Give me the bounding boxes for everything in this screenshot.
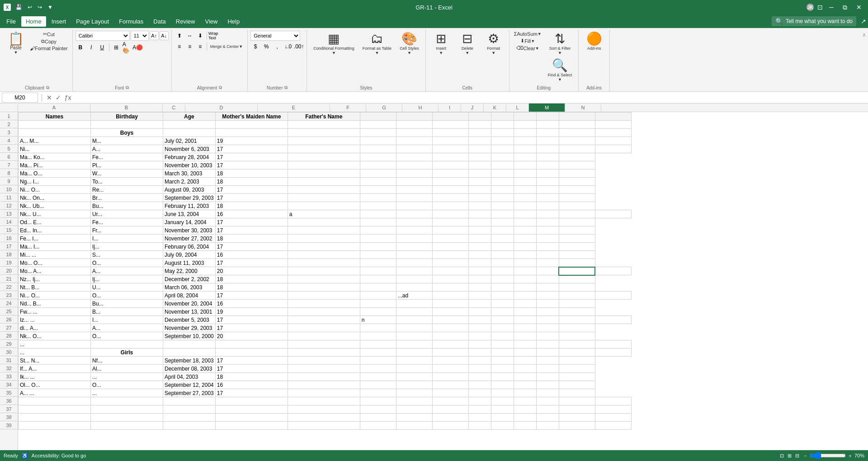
cell-K25[interactable] [514,308,536,316]
cell-H8[interactable] [432,169,468,178]
cell-D9[interactable]: 18 [215,178,288,186]
cell-C4[interactable]: July 02, 2001 [163,137,216,145]
cell-K9[interactable] [514,178,536,186]
cell-N4[interactable] [595,137,631,145]
cell-K22[interactable] [514,283,536,292]
ribbon-collapse-button[interactable]: ∧ [862,30,866,91]
col-header-d[interactable]: D [185,103,258,112]
cell-E1[interactable]: Father's Name [288,113,360,121]
cell-A3[interactable] [19,129,91,137]
cell-D17[interactable]: 17 [215,243,288,251]
cell-E28[interactable] [288,332,360,340]
cell-H1[interactable] [432,113,468,121]
cell-E17[interactable] [288,243,360,251]
cell-M5[interactable] [559,145,595,153]
cell-G7[interactable] [396,161,432,169]
cell-B38[interactable] [91,414,163,422]
menu-page-layout[interactable]: Page Layout [71,16,113,27]
cell-D37[interactable] [215,405,288,414]
cell-G14[interactable] [396,218,432,226]
cell-D25[interactable]: 19 [215,308,288,316]
page-break-view-button[interactable]: ⊟ [795,453,799,459]
cell-B29[interactable] [91,340,163,348]
cell-L39[interactable] [536,422,559,430]
cell-M2[interactable] [559,121,595,129]
cell-G37[interactable] [396,405,432,414]
cell-G27[interactable] [396,324,432,332]
cell-F6[interactable] [360,153,396,161]
row-num-27[interactable]: 27 [0,324,18,332]
row-num-38[interactable]: 38 [0,413,18,421]
row-num-39[interactable]: 39 [0,421,18,429]
cell-F38[interactable] [360,414,396,422]
row-num-1[interactable]: 1 [0,112,18,120]
cell-M11[interactable] [559,194,595,202]
cell-L20[interactable] [536,267,559,275]
cell-F31[interactable] [360,357,396,365]
cell-B1[interactable]: Birthday [91,113,163,121]
number-format-select[interactable]: General [250,31,300,41]
cell-A17[interactable]: Ma... I... [19,243,91,251]
cell-L6[interactable] [536,153,559,161]
cell-L1[interactable] [536,113,559,121]
row-num-22[interactable]: 22 [0,283,18,291]
cell-I2[interactable] [468,121,491,129]
percent-button[interactable]: % [261,42,271,52]
cell-H13[interactable] [432,210,468,218]
cell-M13[interactable] [559,210,595,218]
formula-input[interactable] [74,94,866,101]
cell-I36[interactable] [468,397,491,405]
cell-L3[interactable] [536,129,559,137]
bold-button[interactable]: B [75,42,85,52]
cell-K36[interactable] [514,397,536,405]
col-header-a[interactable]: A [18,103,90,112]
cell-I31[interactable] [468,357,491,365]
cell-D33[interactable]: 18 [215,373,288,381]
cell-C9[interactable]: March 2, 2003 [163,178,216,186]
row-num-5[interactable]: 5 [0,145,18,153]
cell-B21[interactable]: Ij... [91,275,163,283]
cell-A11[interactable]: Nk... On... [19,194,91,202]
cell-F39[interactable] [360,422,396,430]
cell-J7[interactable] [491,161,514,169]
cell-B33[interactable]: ... [91,373,163,381]
row-num-7[interactable]: 7 [0,161,18,169]
cut-button[interactable]: ✂ Cut [28,31,70,38]
cell-M20[interactable] [559,267,595,275]
cell-E24[interactable] [288,300,360,308]
cell-L17[interactable] [536,243,559,251]
cell-J15[interactable] [491,226,514,235]
corner-cell[interactable] [0,103,18,112]
cell-F20[interactable] [360,267,396,275]
cell-I14[interactable] [468,218,491,226]
cell-H36[interactable] [432,397,468,405]
cell-L11[interactable] [536,194,559,202]
menu-review[interactable]: Review [171,16,200,27]
paste-dropdown[interactable]: ▼ [14,50,18,55]
cell-F17[interactable] [360,243,396,251]
cell-K23[interactable] [514,292,536,300]
cell-G9[interactable] [396,178,432,186]
cell-M29[interactable] [559,340,595,348]
cell-A34[interactable]: Ol... O... [19,381,91,389]
cell-F37[interactable] [360,405,396,414]
cell-G34[interactable] [396,381,432,389]
cell-G4[interactable] [396,137,432,145]
cell-K18[interactable] [514,251,536,259]
cell-E18[interactable] [288,251,360,259]
cell-A23[interactable]: Ni... O... [19,292,91,300]
zoom-level[interactable]: 70% [854,453,864,458]
cell-M25[interactable] [559,308,595,316]
cell-E21[interactable] [288,275,360,283]
cell-E22[interactable] [288,283,360,292]
save-button[interactable]: 💾 [14,3,24,11]
cell-E31[interactable] [288,357,360,365]
cell-K10[interactable] [514,186,536,194]
cell-I27[interactable] [468,324,491,332]
cell-D4[interactable]: 19 [215,137,288,145]
cell-J31[interactable] [491,357,514,365]
cell-A37[interactable] [19,405,91,414]
cell-H32[interactable] [432,365,468,373]
increase-decimal-button[interactable]: .00↑ [294,42,304,52]
cell-C36[interactable] [163,397,216,405]
